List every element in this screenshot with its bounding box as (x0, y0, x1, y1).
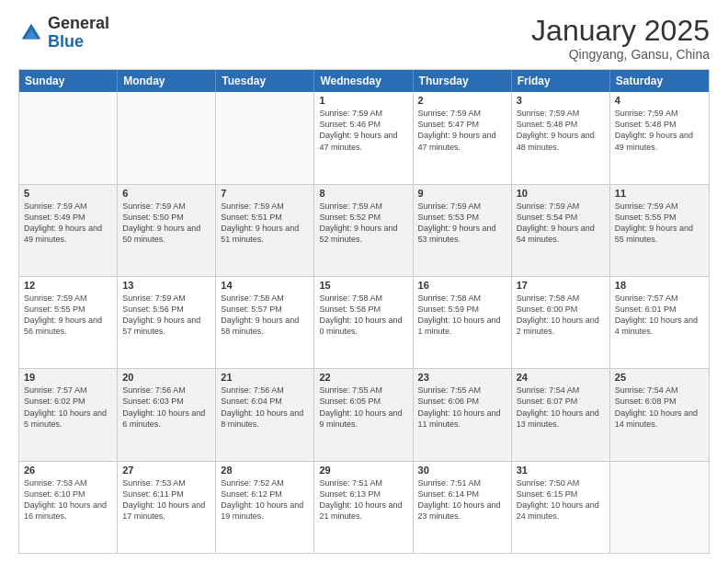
day-number: 2 (418, 95, 506, 106)
calendar-cell-17: 17Sunrise: 7:58 AM Sunset: 6:00 PM Dayli… (512, 277, 610, 368)
day-info: Sunrise: 7:54 AM Sunset: 6:08 PM Dayligh… (615, 385, 704, 430)
day-number: 28 (221, 465, 309, 476)
day-number: 23 (418, 372, 506, 383)
calendar-cell-23: 23Sunrise: 7:55 AM Sunset: 6:06 PM Dayli… (414, 369, 512, 460)
header-day-tuesday: Tuesday (216, 70, 314, 92)
calendar-cell-31: 31Sunrise: 7:50 AM Sunset: 6:15 PM Dayli… (512, 462, 610, 553)
day-info: Sunrise: 7:59 AM Sunset: 5:54 PM Dayligh… (517, 201, 605, 246)
logo-general: General (48, 14, 109, 32)
day-number: 17 (517, 280, 605, 291)
calendar-row-5: 26Sunrise: 7:53 AM Sunset: 6:10 PM Dayli… (19, 461, 709, 553)
day-number: 10 (517, 188, 605, 199)
day-info: Sunrise: 7:59 AM Sunset: 5:48 PM Dayligh… (615, 108, 704, 153)
day-info: Sunrise: 7:57 AM Sunset: 6:01 PM Dayligh… (615, 293, 704, 338)
day-info: Sunrise: 7:58 AM Sunset: 5:58 PM Dayligh… (319, 293, 407, 338)
calendar-cell-1: 1Sunrise: 7:59 AM Sunset: 5:46 PM Daylig… (314, 92, 413, 183)
logo-blue: Blue (48, 32, 84, 51)
calendar-cell-19: 19Sunrise: 7:57 AM Sunset: 6:02 PM Dayli… (19, 369, 118, 460)
day-number: 22 (319, 372, 407, 383)
day-number: 7 (221, 188, 309, 199)
calendar-header: SundayMondayTuesdayWednesdayThursdayFrid… (19, 70, 709, 92)
day-info: Sunrise: 7:54 AM Sunset: 6:07 PM Dayligh… (517, 385, 605, 430)
calendar-cell-9: 9Sunrise: 7:59 AM Sunset: 5:53 PM Daylig… (414, 185, 512, 276)
calendar-cell-30: 30Sunrise: 7:51 AM Sunset: 6:14 PM Dayli… (414, 462, 512, 553)
calendar-cell-10: 10Sunrise: 7:59 AM Sunset: 5:54 PM Dayli… (512, 185, 610, 276)
day-number: 19 (24, 372, 112, 383)
day-info: Sunrise: 7:59 AM Sunset: 5:50 PM Dayligh… (122, 201, 210, 246)
calendar-cell-24: 24Sunrise: 7:54 AM Sunset: 6:07 PM Dayli… (512, 369, 610, 460)
day-info: Sunrise: 7:58 AM Sunset: 6:00 PM Dayligh… (517, 293, 605, 338)
day-number: 5 (24, 188, 112, 199)
logo-icon (18, 20, 44, 46)
calendar-cell-25: 25Sunrise: 7:54 AM Sunset: 6:08 PM Dayli… (610, 369, 709, 460)
day-number: 31 (517, 465, 605, 476)
day-number: 21 (221, 372, 309, 383)
day-info: Sunrise: 7:57 AM Sunset: 6:02 PM Dayligh… (24, 385, 112, 430)
calendar-cell-4: 4Sunrise: 7:59 AM Sunset: 5:48 PM Daylig… (610, 92, 709, 183)
day-info: Sunrise: 7:58 AM Sunset: 5:59 PM Dayligh… (418, 293, 506, 338)
day-info: Sunrise: 7:52 AM Sunset: 6:12 PM Dayligh… (221, 477, 309, 523)
day-info: Sunrise: 7:59 AM Sunset: 5:51 PM Dayligh… (221, 201, 309, 246)
day-number: 18 (615, 280, 704, 291)
page: General Blue January 2025 Qingyang, Gans… (0, 0, 728, 563)
calendar-cell-29: 29Sunrise: 7:51 AM Sunset: 6:13 PM Dayli… (314, 462, 413, 553)
calendar-cell-21: 21Sunrise: 7:56 AM Sunset: 6:04 PM Dayli… (216, 369, 314, 460)
day-number: 16 (418, 280, 506, 291)
day-info: Sunrise: 7:59 AM Sunset: 5:56 PM Dayligh… (122, 293, 210, 338)
day-number: 27 (122, 465, 210, 476)
day-info: Sunrise: 7:59 AM Sunset: 5:52 PM Dayligh… (319, 201, 407, 246)
day-number: 14 (221, 280, 309, 291)
calendar-cell-26: 26Sunrise: 7:53 AM Sunset: 6:10 PM Dayli… (19, 462, 118, 553)
day-number: 29 (319, 465, 407, 476)
day-info: Sunrise: 7:58 AM Sunset: 5:57 PM Dayligh… (221, 293, 309, 338)
calendar-cell-empty-00 (19, 92, 118, 183)
day-number: 1 (319, 95, 407, 106)
calendar-cell-3: 3Sunrise: 7:59 AM Sunset: 5:48 PM Daylig… (512, 92, 610, 183)
day-number: 20 (122, 372, 210, 383)
day-info: Sunrise: 7:55 AM Sunset: 6:06 PM Dayligh… (418, 385, 506, 430)
day-info: Sunrise: 7:56 AM Sunset: 6:04 PM Dayligh… (221, 385, 309, 430)
calendar-cell-2: 2Sunrise: 7:59 AM Sunset: 5:47 PM Daylig… (414, 92, 512, 183)
day-info: Sunrise: 7:59 AM Sunset: 5:49 PM Dayligh… (24, 201, 112, 246)
calendar-cell-empty-01 (118, 92, 216, 183)
day-number: 8 (319, 188, 407, 199)
day-number: 25 (615, 372, 704, 383)
calendar-cell-28: 28Sunrise: 7:52 AM Sunset: 6:12 PM Dayli… (216, 462, 314, 553)
day-number: 13 (122, 280, 210, 291)
calendar-cell-18: 18Sunrise: 7:57 AM Sunset: 6:01 PM Dayli… (610, 277, 709, 368)
header-day-thursday: Thursday (414, 70, 512, 92)
day-info: Sunrise: 7:50 AM Sunset: 6:15 PM Dayligh… (517, 477, 605, 523)
calendar-cell-22: 22Sunrise: 7:55 AM Sunset: 6:05 PM Dayli… (314, 369, 413, 460)
calendar-cell-16: 16Sunrise: 7:58 AM Sunset: 5:59 PM Dayli… (414, 277, 512, 368)
day-number: 3 (517, 95, 605, 106)
header-day-saturday: Saturday (610, 70, 709, 92)
title-block: January 2025 Qingyang, Gansu, China (531, 15, 710, 62)
calendar-cell-7: 7Sunrise: 7:59 AM Sunset: 5:51 PM Daylig… (216, 185, 314, 276)
calendar-cell-8: 8Sunrise: 7:59 AM Sunset: 5:52 PM Daylig… (314, 185, 413, 276)
day-info: Sunrise: 7:59 AM Sunset: 5:55 PM Dayligh… (24, 293, 112, 338)
day-info: Sunrise: 7:56 AM Sunset: 6:03 PM Dayligh… (122, 385, 210, 430)
day-info: Sunrise: 7:59 AM Sunset: 5:47 PM Dayligh… (418, 108, 506, 153)
day-info: Sunrise: 7:59 AM Sunset: 5:48 PM Dayligh… (517, 108, 605, 153)
day-info: Sunrise: 7:59 AM Sunset: 5:53 PM Dayligh… (418, 201, 506, 246)
day-number: 12 (24, 280, 112, 291)
calendar-cell-empty-02 (216, 92, 314, 183)
day-info: Sunrise: 7:51 AM Sunset: 6:14 PM Dayligh… (418, 477, 506, 523)
calendar-cell-5: 5Sunrise: 7:59 AM Sunset: 5:49 PM Daylig… (19, 185, 118, 276)
day-info: Sunrise: 7:53 AM Sunset: 6:10 PM Dayligh… (24, 477, 112, 523)
calendar-row-2: 5Sunrise: 7:59 AM Sunset: 5:49 PM Daylig… (19, 184, 709, 276)
calendar-body: 1Sunrise: 7:59 AM Sunset: 5:46 PM Daylig… (19, 92, 709, 553)
calendar-row-4: 19Sunrise: 7:57 AM Sunset: 6:02 PM Dayli… (19, 368, 709, 460)
calendar-cell-6: 6Sunrise: 7:59 AM Sunset: 5:50 PM Daylig… (118, 185, 216, 276)
month-title: January 2025 (531, 15, 710, 47)
header: General Blue January 2025 Qingyang, Gans… (18, 15, 710, 62)
calendar-cell-12: 12Sunrise: 7:59 AM Sunset: 5:55 PM Dayli… (19, 277, 118, 368)
logo-text: General Blue (48, 15, 109, 52)
calendar-cell-13: 13Sunrise: 7:59 AM Sunset: 5:56 PM Dayli… (118, 277, 216, 368)
calendar-cell-empty-46 (610, 462, 709, 553)
day-number: 26 (24, 465, 112, 476)
subtitle: Qingyang, Gansu, China (531, 47, 710, 62)
day-number: 9 (418, 188, 506, 199)
calendar-cell-27: 27Sunrise: 7:53 AM Sunset: 6:11 PM Dayli… (118, 462, 216, 553)
day-number: 4 (615, 95, 704, 106)
